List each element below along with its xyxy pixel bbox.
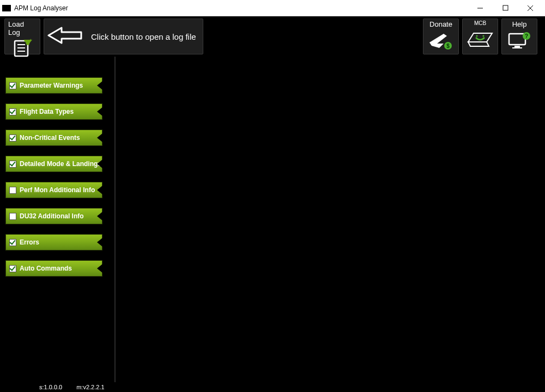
option-flight-data-types-checkbox[interactable] bbox=[9, 108, 16, 115]
option-label: Perf Mon Additional Info bbox=[20, 186, 95, 194]
svg-marker-14 bbox=[468, 33, 492, 42]
load-log-label: Load Log bbox=[8, 20, 37, 36]
option-label: DU32 Additional Info bbox=[20, 212, 84, 220]
option-auto-commands-checkbox[interactable] bbox=[9, 265, 16, 272]
window-title: APM Log Analyser bbox=[14, 4, 468, 12]
donate-icon: $ bbox=[428, 29, 453, 52]
option-du32-additional-info[interactable]: DU32 Additional Info bbox=[5, 208, 102, 224]
mcb-icon bbox=[466, 27, 494, 52]
option-parameter-warnings-checkbox[interactable] bbox=[9, 82, 16, 89]
svg-rect-1 bbox=[503, 5, 508, 10]
option-errors[interactable]: Errors bbox=[5, 234, 102, 250]
option-label: Parameter Warnings bbox=[20, 82, 83, 89]
mcb-button[interactable]: MCB bbox=[462, 19, 498, 54]
open-log-hint: Click button to open a log file bbox=[44, 19, 203, 54]
main-area: Parameter Warnings Flight Data Types Non… bbox=[0, 57, 545, 382]
option-auto-commands[interactable]: Auto Commands bbox=[5, 260, 102, 277]
status-bar: s:1.0.0.0 m:v2.2.2.1 bbox=[0, 382, 545, 392]
log-content-area bbox=[114, 57, 545, 382]
svg-text:?: ? bbox=[525, 33, 528, 39]
donate-button[interactable]: Donate $ bbox=[423, 19, 459, 54]
maximize-icon bbox=[502, 5, 508, 11]
svg-point-17 bbox=[482, 35, 484, 36]
svg-point-16 bbox=[476, 35, 477, 36]
option-flight-data-types[interactable]: Flight Data Types bbox=[5, 103, 102, 120]
option-label: Errors bbox=[20, 238, 39, 246]
load-log-button[interactable]: Load Log bbox=[4, 19, 40, 54]
option-detailed-mode-landings[interactable]: Detailed Mode & Landings bbox=[5, 156, 102, 172]
app-icon bbox=[2, 5, 11, 11]
option-perf-mon-additional-info[interactable]: Perf Mon Additional Info bbox=[5, 182, 102, 198]
help-button[interactable]: Help ? bbox=[501, 19, 537, 54]
svg-marker-15 bbox=[468, 42, 489, 46]
svg-text:$: $ bbox=[446, 43, 450, 49]
window-maximize-button[interactable] bbox=[493, 0, 518, 16]
option-label: Flight Data Types bbox=[20, 108, 74, 115]
option-du32-additional-info-checkbox[interactable] bbox=[9, 213, 16, 220]
close-icon bbox=[527, 5, 534, 11]
sidebar: Parameter Warnings Flight Data Types Non… bbox=[0, 57, 112, 382]
minimize-icon bbox=[477, 5, 483, 11]
toolbar: Load Log Click button to open a log file bbox=[0, 16, 545, 57]
app-body: Load Log Click button to open a log file bbox=[0, 16, 545, 392]
status-s-version: s:1.0.0.0 bbox=[39, 384, 62, 390]
svg-rect-19 bbox=[514, 46, 520, 47]
window-titlebar: APM Log Analyser bbox=[0, 0, 545, 16]
svg-marker-10 bbox=[49, 28, 81, 43]
option-non-critical-events[interactable]: Non-Critical Events bbox=[5, 130, 102, 146]
load-log-icon bbox=[11, 38, 33, 58]
option-parameter-warnings[interactable]: Parameter Warnings bbox=[5, 77, 102, 94]
option-label: Non-Critical Events bbox=[20, 134, 80, 142]
window-controls bbox=[468, 0, 543, 16]
option-non-critical-events-checkbox[interactable] bbox=[9, 134, 16, 142]
help-icon: ? bbox=[507, 29, 532, 52]
option-errors-checkbox[interactable] bbox=[9, 239, 16, 246]
window-minimize-button[interactable] bbox=[468, 0, 493, 16]
mcb-label: MCB bbox=[474, 20, 486, 26]
arrow-left-icon bbox=[47, 26, 87, 47]
svg-rect-20 bbox=[512, 47, 522, 48]
donate-label: Donate bbox=[429, 20, 452, 28]
help-label: Help bbox=[512, 20, 527, 28]
option-perf-mon-additional-info-checkbox[interactable] bbox=[9, 187, 16, 194]
option-label: Detailed Mode & Landings bbox=[20, 160, 101, 168]
option-label: Auto Commands bbox=[20, 265, 72, 272]
status-m-version: m:v2.2.2.1 bbox=[76, 384, 104, 390]
open-log-hint-text: Click button to open a log file bbox=[91, 32, 196, 41]
option-detailed-mode-landings-checkbox[interactable] bbox=[9, 161, 16, 168]
window-close-button[interactable] bbox=[518, 0, 543, 16]
